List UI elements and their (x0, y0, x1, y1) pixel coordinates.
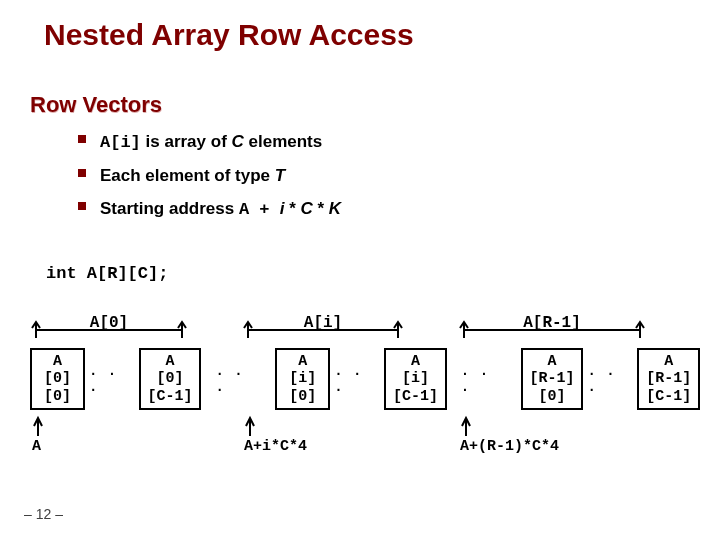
bracket-label-mid: A[i] (242, 314, 404, 332)
bullet-3: Starting address A + i * C * K (78, 195, 341, 223)
bullet-3-C: C (300, 199, 312, 218)
slide-title: Nested Array Row Access (44, 18, 414, 52)
bracket-label-left: A[0] (30, 314, 188, 332)
ellipsis: . . . (330, 363, 384, 395)
section-heading: Row Vectors (30, 92, 162, 118)
bullet-1-code: A[i] (100, 133, 141, 152)
bullet-2: Each element of type T (78, 162, 341, 189)
array-box: A [i] [0] (275, 348, 330, 410)
bullet-1: A[i] is array of C elements (78, 128, 341, 156)
bullet-icon (78, 169, 86, 177)
array-diagram: A[0] A[i] (30, 316, 700, 452)
array-box: A [i] [C-1] (384, 348, 447, 410)
bullet-icon (78, 135, 86, 143)
bullet-1-text-a: is array of (141, 132, 232, 151)
bullet-3-mid: * (284, 199, 300, 218)
address-label-mid: A+i*C*4 (244, 438, 307, 455)
array-box: A [0] [C-1] (139, 348, 202, 410)
array-box: A [R-1] [0] (521, 348, 584, 410)
bullet-3-code: A + (239, 200, 280, 219)
bullet-1-text-b: elements (244, 132, 322, 151)
bullet-icon (78, 202, 86, 210)
page-number: – 12 – (24, 506, 63, 522)
bullet-2-T: T (275, 166, 285, 185)
declaration-code: int A[R][C]; (46, 264, 168, 283)
ellipsis: . . . (447, 363, 521, 395)
address-label-right: A+(R-1)*C*4 (460, 438, 559, 455)
bullet-3-K: K (329, 199, 341, 218)
bullet-3-text: Starting address (100, 199, 239, 218)
ellipsis: . . . (583, 363, 637, 395)
ellipsis: . . . (201, 363, 275, 395)
bracket-label-right: A[R-1] (458, 314, 646, 332)
bullet-1-C: C (232, 132, 244, 151)
array-box: A [0] [0] (30, 348, 85, 410)
bullet-3-mid2: * (313, 199, 329, 218)
ellipsis: . . . (85, 363, 139, 395)
address-label-left: A (32, 438, 41, 455)
array-box: A [R-1] [C-1] (637, 348, 700, 410)
bullet-2-text: Each element of type (100, 166, 275, 185)
bullet-list: A[i] is array of C elements Each element… (78, 128, 341, 230)
